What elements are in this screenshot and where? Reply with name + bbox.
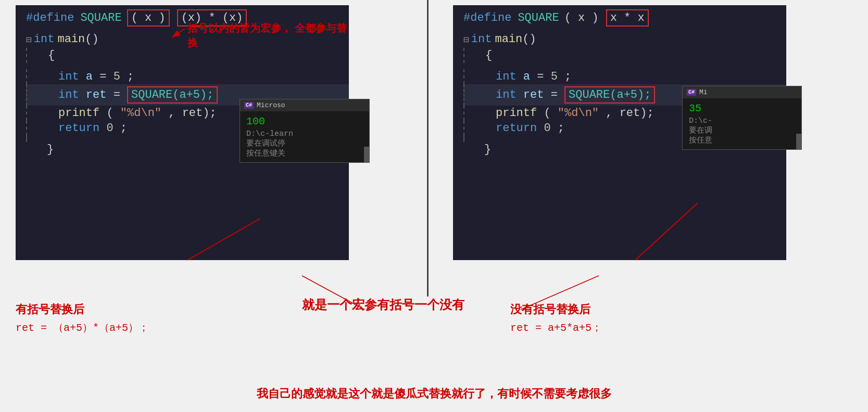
left-bottom-label: 有括号替换后	[16, 302, 149, 317]
func-parens-right: ()	[522, 33, 536, 46]
right-output-line1: 35	[689, 102, 795, 114]
right-terminal: C# Mi 35 D:\c- 要在调 按任意	[682, 86, 802, 150]
left-code-section: #define SQUARE ( x ) (x) * (x) ↓ 括号以内的皆为…	[16, 5, 359, 260]
kw-int-ret-left: int	[58, 88, 79, 101]
right-code-section: #define SQUARE ( x ) x * x ⊟ int main ()…	[453, 5, 859, 260]
right-bottom-code: ret = a+5*a+5；	[510, 320, 602, 334]
right-output-line4: 按任意	[689, 135, 795, 145]
bottom-left-annotation: 有括号替换后 ret = （a+5）*（a+5）；	[16, 302, 149, 334]
define-keyword-right: #define	[463, 11, 511, 24]
semi-return-right: ;	[558, 122, 564, 135]
right-terminal-title: Mi	[699, 88, 708, 96]
collapse-icon-right: ⊟	[463, 34, 469, 45]
printf-str-right: "%d\n"	[558, 107, 599, 120]
macro-call-box-left: SQUARE(a+5);	[127, 86, 218, 104]
macro-param-right: ( x )	[564, 11, 599, 24]
printf-paren-left: (	[106, 107, 113, 120]
cs-icon-right: C#	[687, 89, 696, 96]
macro-name-right: SQUARE	[518, 11, 559, 24]
kw-int-ret-right: int	[496, 88, 517, 101]
macro-param-box-left: ( x )	[127, 9, 170, 27]
printf-paren-right: (	[544, 107, 550, 120]
bottom-summary: 我自己的感觉就是这个就是傻瓜式替换就行了，有时候不需要考虑很多	[257, 386, 612, 402]
right-output-line2: D:\c-	[689, 117, 795, 125]
macro-name-left: SQUARE	[80, 11, 121, 24]
func-parens-left: ()	[85, 33, 98, 46]
right-terminal-body: 35 D:\c- 要在调 按任意	[683, 98, 801, 149]
macro-call-box-right: SQUARE(a+5);	[564, 86, 655, 104]
define-keyword-left: #define	[26, 11, 74, 24]
kw-int-a-left: int	[58, 70, 79, 83]
left-brace-open: {	[26, 48, 349, 63]
vertical-separator	[427, 0, 429, 297]
semi-return-left: ;	[120, 122, 127, 135]
var-ret-right: ret	[523, 88, 544, 101]
val-0-right: 0	[544, 122, 550, 135]
left-terminal-title: Microso	[257, 101, 285, 109]
cs-icon-left: C#	[244, 102, 254, 109]
semi1-left: ;	[127, 70, 134, 83]
left-bottom-code: ret = （a+5）*（a+5）；	[16, 320, 149, 334]
left-scrollbar[interactable]	[364, 147, 369, 162]
right-brace-open: {	[463, 48, 786, 63]
right-output-line3: 要在调	[689, 125, 795, 135]
val-5-left: 5	[114, 70, 120, 83]
var-ret-left: ret	[86, 88, 107, 101]
right-func-decl: ⊟ int main ()	[453, 31, 786, 48]
right-bottom-label: 没有括号替换后	[510, 302, 602, 317]
func-name-right: main	[495, 33, 522, 46]
func-printf-right: printf	[496, 107, 537, 120]
assign-a-left: =	[99, 70, 113, 83]
printf-str-left: "%d\n"	[120, 107, 161, 120]
kw-return-left: return	[58, 122, 99, 135]
bottom-right-annotation: 没有括号替换后 ret = a+5*a+5；	[510, 302, 602, 334]
assign-ret-left: =	[114, 88, 127, 101]
left-blank1	[16, 63, 349, 69]
left-stmt-a: int a = 5 ;	[26, 69, 349, 84]
kw-return-right: return	[496, 122, 537, 135]
kw-int-left: int	[34, 33, 55, 46]
annotation-param-label: 括号以内的皆为宏参， 全都参与替换	[187, 21, 349, 50]
func-printf-left: printf	[58, 107, 99, 120]
macro-expansion-box-right: x * x	[606, 9, 649, 27]
kw-int-right: int	[471, 33, 492, 46]
left-output-line1: 100	[246, 115, 363, 127]
right-terminal-header: C# Mi	[683, 86, 801, 98]
arrow-down-left: ↓	[177, 32, 181, 40]
left-output-line4: 按任意键关	[246, 148, 363, 158]
collapse-icon-left: ⊟	[26, 34, 32, 45]
left-terminal-body: 100 D:\c-learn 要在调试停 按任意键关	[240, 111, 369, 162]
val-5-right: 5	[551, 70, 558, 83]
left-terminal: C# Microso 100 D:\c-learn 要在调试停 按任意键关	[240, 99, 370, 163]
func-name-left: main	[57, 33, 85, 46]
var-a-left: a	[86, 70, 93, 83]
left-output-line2: D:\c-learn	[246, 130, 363, 138]
assign-ret-right: =	[551, 88, 564, 101]
left-terminal-header: C# Microso	[240, 99, 369, 111]
printf-args-right: , ret);	[606, 107, 653, 120]
val-0-left: 0	[106, 122, 113, 135]
right-stmt-a: int a = 5 ;	[463, 69, 786, 84]
middle-annotation: 就是一个宏参有括号一个没有	[302, 297, 464, 313]
assign-a-right: =	[537, 70, 550, 83]
var-a-right: a	[523, 70, 530, 83]
right-blank1	[453, 63, 786, 69]
kw-int-a-right: int	[496, 70, 517, 83]
printf-args-left: , ret);	[168, 107, 216, 120]
right-scrollbar[interactable]	[796, 134, 801, 149]
semi1-right: ;	[564, 70, 571, 83]
right-define-line: #define SQUARE ( x ) x * x	[453, 5, 786, 31]
left-output-line3: 要在调试停	[246, 138, 363, 148]
